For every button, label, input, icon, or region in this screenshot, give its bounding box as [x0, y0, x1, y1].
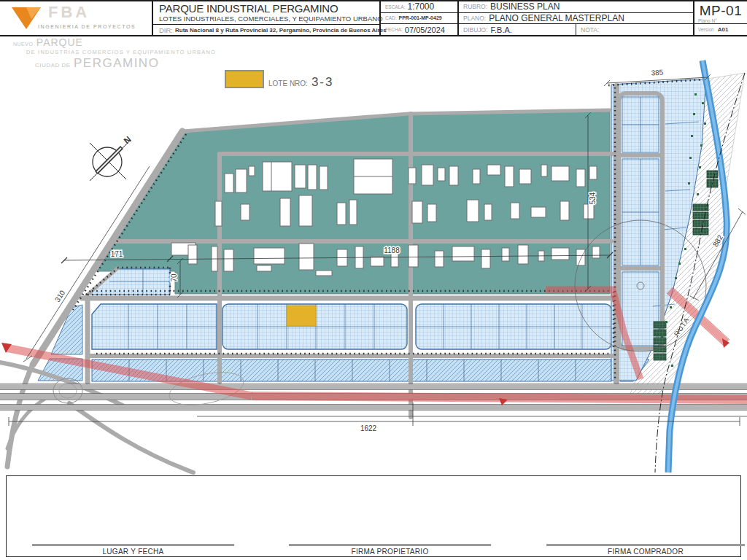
- north-compass: N: [90, 134, 133, 181]
- version-label: Version: [698, 27, 714, 32]
- project-address-row: DIR: Ruta Nacional 8 y Ruta Provincial 3…: [153, 24, 379, 35]
- signature-line: [32, 544, 234, 546]
- dim-310-label: 310: [53, 289, 67, 303]
- dim-534-label: 534: [589, 192, 597, 204]
- fecha-value: 07/05/2024: [405, 26, 445, 34]
- dibujo-value: F.B.A.: [491, 26, 512, 34]
- signature-line: [289, 544, 491, 546]
- signature-line: [546, 544, 745, 546]
- logo-cell: FBA INGENIERIA DE PROYECTOS: [0, 1, 152, 35]
- dibujo-label: DIBUJO:: [463, 26, 488, 34]
- dim-70-label: 70: [170, 273, 178, 282]
- sheet-number-cell: MP-01 Plano N° Version A01: [693, 1, 747, 35]
- lot-band-1: [92, 304, 611, 349]
- company-tagline: INGENIERIA DE PROYECTOS: [38, 24, 136, 29]
- rubro-value: BUSINESS PLAN: [490, 1, 560, 12]
- rubro-label: RUBRO:: [463, 3, 487, 10]
- escala-label: ESCALA:: [385, 4, 405, 9]
- signature-label-buyer: FIRMA COMPRADOR: [546, 548, 745, 556]
- plano-row: PLANO: PLANO GENERAL MASTERPLAN: [459, 13, 693, 25]
- escala-value: 1:7000: [407, 1, 434, 12]
- signature-slot-owner: FIRMA PROPIETARIO: [289, 544, 491, 556]
- legend-label: LOTE NRO:: [268, 79, 308, 88]
- dim-171-label: 171: [111, 250, 123, 258]
- dim-1188-label: 1188: [384, 246, 400, 254]
- fecha-row: FECHA: 07/05/2024: [381, 24, 457, 36]
- dibujo-nota-row: DIBUJO: F.B.A. NOTA:: [459, 24, 693, 36]
- meta-cell: ESCALA: 1:7000 CAD: PPR-001-MP-0429 FECH…: [379, 1, 457, 35]
- dim-385-label: 385: [651, 69, 664, 77]
- company-logo-icon: [10, 6, 47, 35]
- watermark-big1: PARQUE: [36, 36, 83, 48]
- escala-row: ESCALA: 1:7000: [381, 1, 457, 13]
- fecha-label: FECHA:: [385, 27, 403, 32]
- project-cell: PARQUE INDUSTRIAL PERGAMINO LOTES INDUST…: [152, 1, 379, 35]
- sheet-code: MP-01: [694, 3, 747, 19]
- legend: LOTE NRO: 3-3: [225, 70, 333, 88]
- watermark-title: NUEVO PARQUE DE INDUSTRIAS COMERCIOS Y E…: [13, 36, 216, 70]
- version-value: A01: [718, 26, 729, 33]
- version-row: Version A01: [694, 23, 747, 35]
- nota-label: NOTA:: [581, 26, 599, 34]
- dir-value: Ruta Nacional 8 y Ruta Provincial 32, Pe…: [175, 27, 387, 34]
- signature-slot-buyer: FIRMA COMPRADOR: [546, 544, 745, 556]
- title-block: FBA INGENIERIA DE PROYECTOS PARQUE INDUS…: [0, 0, 747, 36]
- signature-box: LUGAR Y FECHA FIRMA PROPIETARIO FIRMA CO…: [6, 475, 741, 557]
- legend-lot-number: 3-3: [311, 75, 334, 90]
- signature-slot-place-date: LUGAR Y FECHA: [32, 544, 234, 556]
- drawing-sheet: 171 1188 70 385 534 310 882 1622 RUTA N …: [0, 0, 747, 560]
- watermark-prefix1: NUEVO: [13, 42, 33, 47]
- watermark-line2: DE INDUSTRIAS COMERCIOS Y EQUIPAMIENTO U…: [26, 50, 216, 55]
- project-subtitle: LOTES INDUSTRIALES, COMERCIALES, Y EQUIP…: [159, 15, 383, 23]
- signature-label-place-date: LUGAR Y FECHA: [32, 548, 234, 556]
- watermark-prefix3: CIUDAD DE: [35, 62, 71, 69]
- plano-n-label: Plano N°: [698, 18, 717, 23]
- company-name: FBA: [48, 3, 90, 22]
- cad-label: CAD:: [385, 15, 397, 20]
- project-title: PARQUE INDUSTRIAL PERGAMINO: [159, 2, 338, 15]
- watermark-big3: PERGAMINO: [74, 56, 159, 70]
- dir-label: DIR:: [159, 26, 173, 34]
- plano-label: PLANO:: [463, 15, 486, 22]
- highlighted-lot-3-3: [287, 306, 316, 326]
- legend-lot-swatch: [225, 70, 264, 88]
- signature-label-owner: FIRMA PROPIETARIO: [289, 548, 491, 556]
- dim-1622-label: 1622: [360, 424, 377, 432]
- plano-value: PLANO GENERAL MASTERPLAN: [489, 13, 624, 23]
- cad-value: PPR-001-MP-0429: [399, 15, 442, 20]
- rubro-row: RUBRO: BUSINESS PLAN: [459, 1, 693, 13]
- cad-row: CAD: PPR-001-MP-0429: [381, 13, 457, 25]
- north-label: N: [122, 134, 133, 146]
- sheet-info-cell: RUBRO: BUSINESS PLAN PLANO: PLANO GENERA…: [457, 1, 693, 35]
